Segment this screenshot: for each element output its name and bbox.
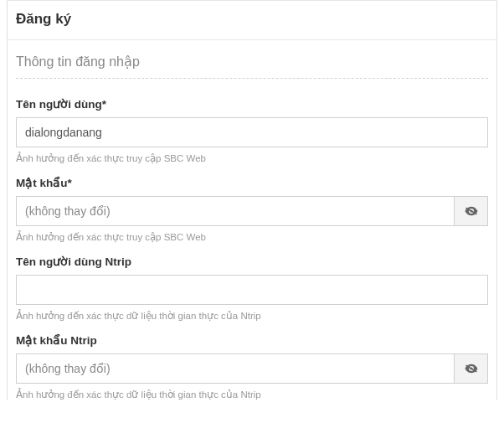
password-help: Ảnh hưởng đến xác thực truy cập SBC Web — [16, 231, 488, 243]
ntrip-password-input-row — [16, 353, 488, 384]
password-input-row — [16, 196, 488, 226]
username-field: Tên người dùng* Ảnh hưởng đến xác thực t… — [16, 97, 488, 164]
password-label: Mật khẩu* — [16, 176, 488, 189]
registration-panel: Đăng ký Thông tin đăng nhập Tên người dù… — [7, 0, 497, 400]
username-help: Ảnh hưởng đến xác thực truy cập SBC Web — [16, 152, 488, 164]
username-input[interactable] — [16, 117, 488, 147]
username-input-row — [16, 117, 488, 147]
eye-off-icon — [464, 361, 479, 376]
ntrip-password-input[interactable] — [16, 353, 455, 384]
page-title-bar: Đăng ký — [8, 0, 496, 40]
ntrip-password-label: Mật khẩu Ntrip — [16, 333, 488, 347]
ntrip-username-field: Tên người dùng Ntrip Ảnh hưởng đến xác t… — [16, 255, 488, 322]
ntrip-username-input[interactable] — [16, 275, 488, 305]
eye-off-icon — [464, 204, 479, 219]
ntrip-username-help: Ảnh hưởng đến xác thực dữ liệu thời gian… — [16, 310, 488, 322]
section-title-bar: Thông tin đăng nhập — [8, 40, 496, 78]
username-label: Tên người dùng* — [16, 97, 488, 111]
password-visibility-toggle[interactable] — [455, 196, 488, 226]
login-info-form: Tên người dùng* Ảnh hưởng đến xác thực t… — [8, 79, 496, 400]
ntrip-password-help: Ảnh hưởng đến xác thực dữ liệu thời gian… — [16, 389, 488, 400]
password-input[interactable] — [16, 196, 455, 226]
page-title: Đăng ký — [16, 11, 488, 28]
ntrip-username-label: Tên người dùng Ntrip — [16, 255, 488, 268]
section-title: Thông tin đăng nhập — [16, 54, 488, 70]
ntrip-password-visibility-toggle[interactable] — [455, 353, 488, 384]
ntrip-password-field: Mật khẩu Ntrip Ảnh hưởng đến xác thực dữ… — [16, 333, 488, 400]
password-field: Mật khẩu* Ảnh hưởng đến xác thực truy cậ… — [16, 176, 488, 243]
ntrip-username-input-row — [16, 275, 488, 305]
